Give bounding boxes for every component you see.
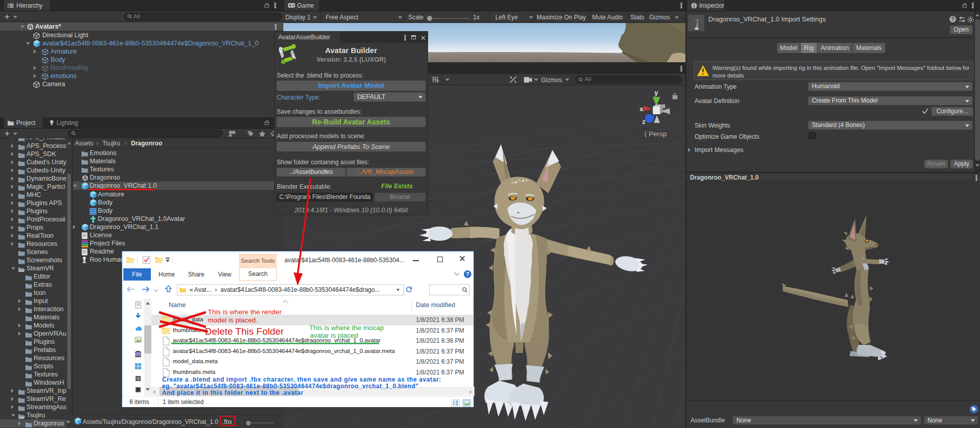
svg-text:Y: Y xyxy=(436,79,439,84)
svg-text:z: z xyxy=(642,118,646,125)
svg-text:⟨ Persp: ⟨ Persp xyxy=(644,130,667,138)
svg-text:y: y xyxy=(654,89,658,96)
svg-text:x: x xyxy=(640,105,644,113)
